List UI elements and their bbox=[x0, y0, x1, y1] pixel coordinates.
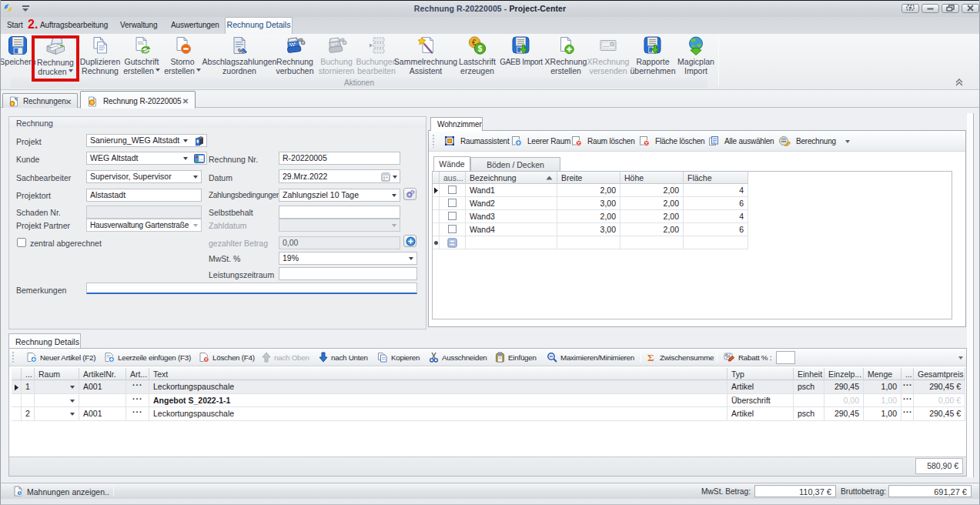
svg-text:!: ! bbox=[12, 102, 13, 106]
svg-text:$: $ bbox=[478, 45, 483, 53]
svg-text:Σ: Σ bbox=[647, 352, 654, 363]
